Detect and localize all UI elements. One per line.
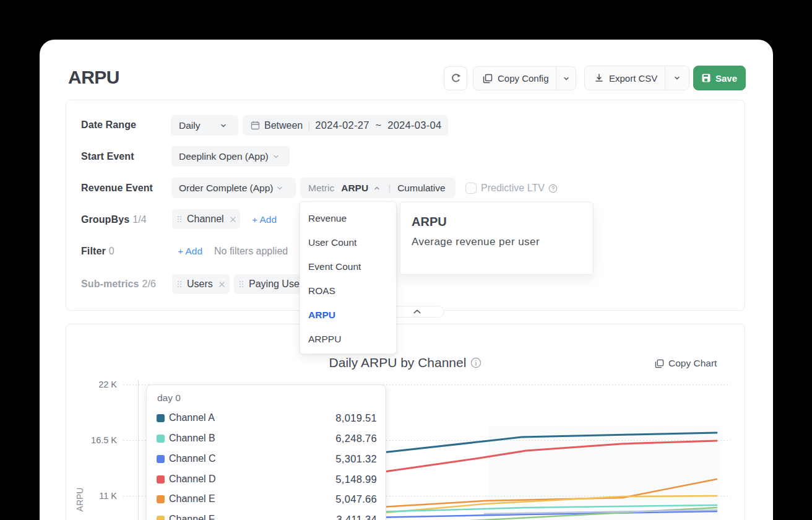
svg-text:ARPU: ARPU xyxy=(75,488,85,512)
svg-text:11 K: 11 K xyxy=(99,491,117,501)
svg-text:16.5 K: 16.5 K xyxy=(91,435,117,445)
svg-text:22 K: 22 K xyxy=(98,379,117,389)
